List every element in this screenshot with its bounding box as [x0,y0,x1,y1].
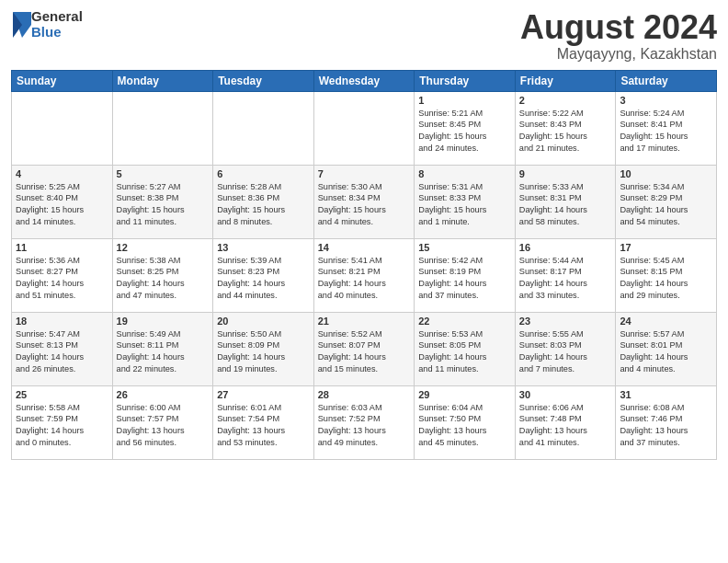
day-info: Sunrise: 6:03 AM Sunset: 7:52 PM Dayligh… [318,402,411,450]
day-number: 23 [519,316,612,327]
col-thursday: Thursday [415,70,516,91]
day-info: Sunrise: 5:24 AM Sunset: 8:41 PM Dayligh… [620,108,712,155]
calendar-cell: 21Sunrise: 5:52 AM Sunset: 8:07 PM Dayli… [313,312,415,385]
day-number: 1 [418,95,511,106]
day-number: 16 [519,242,612,253]
day-info: Sunrise: 5:36 AM Sunset: 8:27 PM Dayligh… [16,255,108,303]
day-info: Sunrise: 5:58 AM Sunset: 7:59 PM Dayligh… [16,402,108,450]
day-number: 10 [620,168,712,179]
logo-icon [13,12,31,38]
day-info: Sunrise: 6:06 AM Sunset: 7:48 PM Dayligh… [519,402,612,450]
day-info: Sunrise: 5:22 AM Sunset: 8:43 PM Dayligh… [519,108,612,155]
calendar-cell: 15Sunrise: 5:42 AM Sunset: 8:19 PM Dayli… [415,238,516,312]
calendar-cell [313,91,415,165]
calendar-cell: 30Sunrise: 6:06 AM Sunset: 7:48 PM Dayli… [515,385,616,459]
day-info: Sunrise: 5:34 AM Sunset: 8:29 PM Dayligh… [620,181,712,229]
day-info: Sunrise: 6:08 AM Sunset: 7:46 PM Dayligh… [620,402,712,450]
logo-blue-text: Blue [31,25,83,40]
day-info: Sunrise: 5:31 AM Sunset: 8:33 PM Dayligh… [418,181,511,229]
day-info: Sunrise: 5:39 AM Sunset: 8:23 PM Dayligh… [217,255,310,303]
day-info: Sunrise: 5:30 AM Sunset: 8:34 PM Dayligh… [318,181,411,229]
day-number: 14 [318,242,411,253]
day-number: 20 [217,316,310,327]
day-info: Sunrise: 5:44 AM Sunset: 8:17 PM Dayligh… [519,255,612,303]
day-info: Sunrise: 5:21 AM Sunset: 8:45 PM Dayligh… [418,108,511,155]
day-number: 12 [117,242,210,253]
day-number: 4 [16,168,108,179]
calendar-cell: 13Sunrise: 5:39 AM Sunset: 8:23 PM Dayli… [213,238,314,312]
calendar-cell: 19Sunrise: 5:49 AM Sunset: 8:11 PM Dayli… [112,312,213,385]
day-number: 17 [620,242,712,253]
calendar-cell: 24Sunrise: 5:57 AM Sunset: 8:01 PM Dayli… [616,312,717,385]
day-number: 6 [217,168,310,179]
calendar-cell: 10Sunrise: 5:34 AM Sunset: 8:29 PM Dayli… [616,165,717,238]
calendar-cell: 31Sunrise: 6:08 AM Sunset: 7:46 PM Dayli… [616,385,717,459]
col-friday: Friday [515,70,616,91]
calendar-cell: 5Sunrise: 5:27 AM Sunset: 8:38 PM Daylig… [112,165,213,238]
col-monday: Monday [112,70,213,91]
calendar-cell: 28Sunrise: 6:03 AM Sunset: 7:52 PM Dayli… [313,385,415,459]
calendar-cell: 27Sunrise: 6:01 AM Sunset: 7:54 PM Dayli… [213,385,314,459]
calendar-cell: 12Sunrise: 5:38 AM Sunset: 8:25 PM Dayli… [112,238,213,312]
day-number: 25 [16,389,108,400]
calendar-week-3: 11Sunrise: 5:36 AM Sunset: 8:27 PM Dayli… [12,238,717,312]
day-number: 2 [519,95,612,106]
day-number: 7 [318,168,411,179]
header: General Blue August 2024 Mayqayyng, Kaza… [11,9,717,63]
day-number: 27 [217,389,310,400]
calendar-cell: 25Sunrise: 5:58 AM Sunset: 7:59 PM Dayli… [12,385,113,459]
calendar-cell: 8Sunrise: 5:31 AM Sunset: 8:33 PM Daylig… [415,165,516,238]
col-sunday: Sunday [12,70,113,91]
col-tuesday: Tuesday [213,70,314,91]
day-info: Sunrise: 6:01 AM Sunset: 7:54 PM Dayligh… [217,402,310,450]
day-number: 5 [117,168,210,179]
day-info: Sunrise: 5:53 AM Sunset: 8:05 PM Dayligh… [418,328,511,376]
calendar-cell: 1Sunrise: 5:21 AM Sunset: 8:45 PM Daylig… [415,91,516,165]
calendar-cell: 16Sunrise: 5:44 AM Sunset: 8:17 PM Dayli… [515,238,616,312]
logo: General Blue [11,9,83,40]
day-number: 24 [620,316,712,327]
calendar-cell: 26Sunrise: 6:00 AM Sunset: 7:57 PM Dayli… [112,385,213,459]
day-number: 26 [117,389,210,400]
calendar-cell: 2Sunrise: 5:22 AM Sunset: 8:43 PM Daylig… [515,91,616,165]
col-wednesday: Wednesday [313,70,415,91]
calendar-cell: 20Sunrise: 5:50 AM Sunset: 8:09 PM Dayli… [213,312,314,385]
day-number: 31 [620,389,712,400]
day-info: Sunrise: 5:50 AM Sunset: 8:09 PM Dayligh… [217,328,310,376]
calendar-week-1: 1Sunrise: 5:21 AM Sunset: 8:45 PM Daylig… [12,91,717,165]
calendar-cell: 3Sunrise: 5:24 AM Sunset: 8:41 PM Daylig… [616,91,717,165]
day-info: Sunrise: 5:33 AM Sunset: 8:31 PM Dayligh… [519,181,612,229]
day-number: 21 [318,316,411,327]
calendar-cell: 14Sunrise: 5:41 AM Sunset: 8:21 PM Dayli… [313,238,415,312]
day-info: Sunrise: 5:57 AM Sunset: 8:01 PM Dayligh… [620,328,712,376]
calendar-week-4: 18Sunrise: 5:47 AM Sunset: 8:13 PM Dayli… [12,312,717,385]
calendar-cell: 6Sunrise: 5:28 AM Sunset: 8:36 PM Daylig… [213,165,314,238]
calendar-cell: 7Sunrise: 5:30 AM Sunset: 8:34 PM Daylig… [313,165,415,238]
day-number: 18 [16,316,108,327]
calendar-cell: 9Sunrise: 5:33 AM Sunset: 8:31 PM Daylig… [515,165,616,238]
location-subtitle: Mayqayyng, Kazakhstan [520,46,717,63]
col-saturday: Saturday [616,70,717,91]
day-info: Sunrise: 5:38 AM Sunset: 8:25 PM Dayligh… [117,255,210,303]
calendar-table: Sunday Monday Tuesday Wednesday Thursday… [11,70,717,460]
day-info: Sunrise: 5:27 AM Sunset: 8:38 PM Dayligh… [117,181,210,229]
day-number: 19 [117,316,210,327]
calendar-week-2: 4Sunrise: 5:25 AM Sunset: 8:40 PM Daylig… [12,165,717,238]
calendar-cell: 22Sunrise: 5:53 AM Sunset: 8:05 PM Dayli… [415,312,516,385]
calendar-header-row: Sunday Monday Tuesday Wednesday Thursday… [12,70,717,91]
day-number: 30 [519,389,612,400]
calendar-cell [213,91,314,165]
day-info: Sunrise: 5:45 AM Sunset: 8:15 PM Dayligh… [620,255,712,303]
day-info: Sunrise: 5:25 AM Sunset: 8:40 PM Dayligh… [16,181,108,229]
calendar-cell [12,91,113,165]
calendar-cell: 29Sunrise: 6:04 AM Sunset: 7:50 PM Dayli… [415,385,516,459]
calendar-week-5: 25Sunrise: 5:58 AM Sunset: 7:59 PM Dayli… [12,385,717,459]
calendar-cell: 11Sunrise: 5:36 AM Sunset: 8:27 PM Dayli… [12,238,113,312]
title-block: August 2024 Mayqayyng, Kazakhstan [520,9,717,63]
day-number: 13 [217,242,310,253]
logo-text: General Blue [31,9,83,40]
day-number: 29 [418,389,511,400]
day-info: Sunrise: 5:41 AM Sunset: 8:21 PM Dayligh… [318,255,411,303]
day-number: 8 [418,168,511,179]
page-container: General Blue August 2024 Mayqayyng, Kaza… [0,0,728,467]
